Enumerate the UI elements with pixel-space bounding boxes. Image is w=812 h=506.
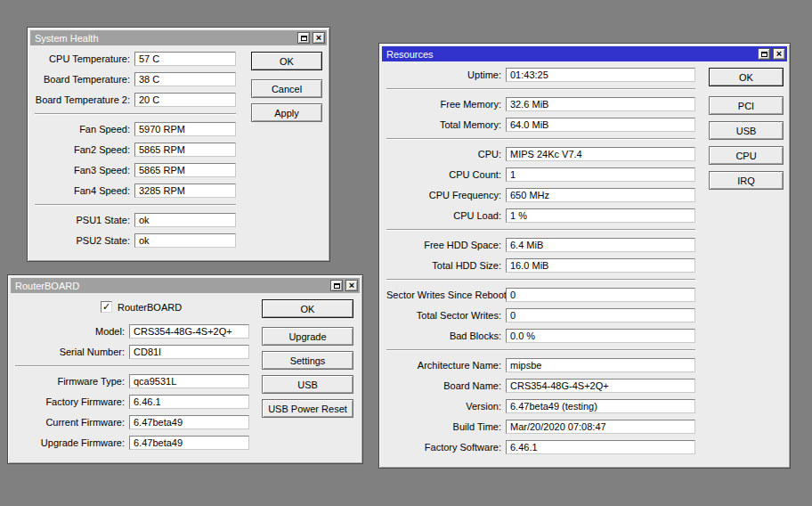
close-button[interactable]: × <box>313 32 325 44</box>
field-value: 6.47beta49 (testing) <box>510 401 597 412</box>
ok-button[interactable]: OK <box>709 68 784 86</box>
maximize-button[interactable] <box>758 48 770 60</box>
close-button[interactable]: × <box>345 280 358 291</box>
total-sector-writes-field[interactable]: 0 <box>506 308 695 322</box>
cpu-button[interactable]: CPU <box>709 146 784 165</box>
free-memory-field[interactable]: 32.6 MiB <box>506 97 695 111</box>
field-label: PSU2 State: <box>35 235 134 246</box>
field-value: ok <box>139 215 150 225</box>
field-value: qca9531L <box>134 376 176 387</box>
field-row: Fan3 Speed: 5865 RPM <box>35 163 236 177</box>
firmware-type-field[interactable]: qca9531L <box>129 374 249 388</box>
total-memory-field[interactable]: 64.0 MiB <box>506 118 695 132</box>
cpu-field[interactable]: MIPS 24Kc V7.4 <box>506 147 695 161</box>
total-hdd-size-field[interactable]: 16.0 MiB <box>506 258 695 273</box>
field-value: 6.4 MiB <box>510 240 543 250</box>
bad-blocks-field[interactable]: 0.0 % <box>506 329 695 343</box>
fan-speed-field[interactable]: 5970 RPM <box>134 122 236 136</box>
window-routerboard: RouterBOARD × ✓ RouterBOARD Model: CRS35… <box>7 274 363 464</box>
field-row: CPU: MIPS 24Kc V7.4 <box>386 147 695 161</box>
board-name-field[interactable]: CRS354-48G-4S+2Q+ <box>506 379 695 393</box>
field-label: Upgrade Firmware: <box>15 437 129 448</box>
group-separator <box>386 349 695 351</box>
field-value: 32.6 MiB <box>510 99 548 110</box>
fields-column: Uptime: 01:43:25 Free Memory: 32.6 MiB T… <box>386 68 695 461</box>
maximize-button[interactable] <box>330 280 343 291</box>
apply-button[interactable]: Apply <box>251 103 322 122</box>
fan2-speed-field[interactable]: 5865 RPM <box>134 143 236 157</box>
psu1-state-field[interactable]: ok <box>134 213 236 227</box>
architecture-name-field[interactable]: mipsbe <box>506 358 695 372</box>
field-label: CPU: <box>386 149 506 159</box>
field-row: Fan2 Speed: 5865 RPM <box>35 143 236 157</box>
cpu-load-field[interactable]: 1 % <box>506 208 695 223</box>
maximize-button[interactable] <box>297 32 310 44</box>
field-row: PSU1 State: ok <box>35 213 236 227</box>
factory-software-field[interactable]: 6.46.1 <box>506 440 695 454</box>
close-button[interactable]: × <box>773 48 785 60</box>
window-content: CPU Temperature: 57 C Board Temperature:… <box>28 45 329 261</box>
ok-button[interactable]: OK <box>251 52 322 70</box>
field-label: CPU Frequency: <box>386 190 506 200</box>
upgrade-button[interactable]: Upgrade <box>262 327 353 346</box>
field-row: Free Memory: 32.6 MiB <box>386 97 695 111</box>
build-time-field[interactable]: Mar/20/2020 07:08:47 <box>506 420 695 434</box>
fan3-speed-field[interactable]: 5865 RPM <box>134 163 236 177</box>
maximize-icon <box>761 52 767 57</box>
field-label: Current Firmware: <box>15 417 129 428</box>
field-value: 5970 RPM <box>139 124 185 135</box>
serial-number-field[interactable]: CD81I <box>129 345 249 359</box>
field-row: Build Time: Mar/20/2020 07:08:47 <box>386 420 695 434</box>
usb-power-reset-button[interactable]: USB Power Reset <box>262 399 353 418</box>
window-resources: Resources × Uptime: 01:43:25 Free Memory… <box>378 43 791 469</box>
field-row: Factory Firmware: 6.46.1 <box>15 395 249 409</box>
usb-button[interactable]: USB <box>709 121 784 140</box>
field-value: 6.46.1 <box>134 396 161 407</box>
field-row: Board Temperature 2: 20 C <box>35 93 236 107</box>
field-value: 01:43:25 <box>510 69 548 80</box>
psu2-state-field[interactable]: ok <box>134 233 236 248</box>
titlebar-system-health[interactable]: System Health × <box>30 30 327 45</box>
cpu-count-field[interactable]: 1 <box>506 167 695 182</box>
field-value: 1 % <box>510 210 527 221</box>
current-firmware-field[interactable]: 6.47beta49 <box>129 415 249 429</box>
field-row: CPU Temperature: 57 C <box>35 52 236 66</box>
ok-button[interactable]: OK <box>262 299 353 318</box>
factory-firmware-field[interactable]: 6.46.1 <box>129 395 249 409</box>
field-label: CPU Temperature: <box>35 53 134 64</box>
upgrade-firmware-field[interactable]: 6.47beta49 <box>129 436 249 450</box>
field-row: Model: CRS354-48G-4S+2Q+ <box>15 324 249 339</box>
pci-button[interactable]: PCI <box>709 96 784 115</box>
model-field[interactable]: CRS354-48G-4S+2Q+ <box>129 324 249 339</box>
sector-writes-since-reboot-field[interactable]: 0 <box>506 288 695 302</box>
titlebar-resources[interactable]: Resources × <box>382 46 787 61</box>
field-value: 0 <box>510 310 516 321</box>
field-label: Sector Writes Since Reboot: <box>386 290 506 300</box>
field-row: Board Temperature: 38 C <box>35 72 236 86</box>
field-label: PSU1 State: <box>35 215 134 225</box>
field-label: Total Sector Writes: <box>386 310 506 321</box>
fields-column: CPU Temperature: 57 C Board Temperature:… <box>35 52 236 254</box>
board-temperature-2-field[interactable]: 20 C <box>134 93 236 107</box>
uptime-field[interactable]: 01:43:25 <box>506 68 695 82</box>
field-row: CPU Load: 1 % <box>386 208 695 223</box>
field-label: Free HDD Space: <box>386 240 506 250</box>
cpu-frequency-field[interactable]: 650 MHz <box>506 188 695 202</box>
field-label: Free Memory: <box>386 99 506 110</box>
field-row: Factory Software: 6.46.1 <box>386 440 695 454</box>
field-label: CPU Count: <box>386 169 506 180</box>
fan4-speed-field[interactable]: 3285 RPM <box>134 184 236 198</box>
free-hdd-space-field[interactable]: 6.4 MiB <box>506 238 695 252</box>
version-field[interactable]: 6.47beta49 (testing) <box>506 399 695 413</box>
titlebar-routerboard[interactable]: RouterBOARD × <box>11 278 360 293</box>
close-icon: × <box>349 281 354 290</box>
cancel-button[interactable]: Cancel <box>251 79 322 98</box>
settings-button[interactable]: Settings <box>262 351 353 370</box>
irq-button[interactable]: IRQ <box>709 171 784 190</box>
cpu-temperature-field[interactable]: 57 C <box>134 52 236 66</box>
routerboard-checkbox[interactable]: ✓ <box>101 301 112 313</box>
maximize-icon <box>334 283 340 289</box>
field-row: PSU2 State: ok <box>35 233 236 248</box>
board-temperature-field[interactable]: 38 C <box>134 72 236 86</box>
usb-button[interactable]: USB <box>262 375 353 394</box>
